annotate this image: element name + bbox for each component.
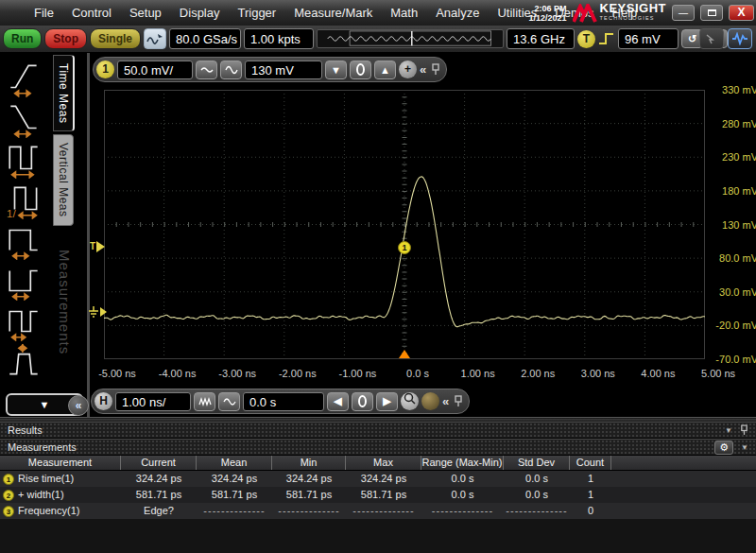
pin-icon[interactable] xyxy=(431,63,440,76)
minus-width-icon[interactable] xyxy=(4,260,45,301)
fall-time-icon[interactable] xyxy=(4,97,45,138)
vertical-scale-increase-icon[interactable] xyxy=(220,60,242,79)
trigger-level-marker[interactable]: T xyxy=(90,241,105,252)
measurements-section-header[interactable]: Measurements ⚙ ▼ xyxy=(0,439,756,456)
measurement-edge-marker[interactable]: 1 xyxy=(398,241,411,254)
vertical-scale-decrease-icon[interactable] xyxy=(196,60,217,79)
menu-item-setup[interactable]: Setup xyxy=(129,6,162,20)
x-axis-label: 3.00 ns xyxy=(581,368,615,379)
add-channel-button[interactable]: + xyxy=(399,60,417,78)
position-left-button[interactable]: ◀ xyxy=(327,392,349,411)
sample-rate-field[interactable]: 80.0 GSa/s xyxy=(169,28,241,49)
plus-width-icon[interactable] xyxy=(4,219,45,260)
horizontal-expand-icon[interactable] xyxy=(218,392,240,411)
menu-item-trigger[interactable]: Trigger xyxy=(237,6,276,20)
results-caret-icon[interactable]: ▼ xyxy=(725,423,732,439)
measurement-value-cell: Edge? xyxy=(121,503,197,519)
channel1-badge[interactable]: 1 xyxy=(96,60,114,78)
column-header[interactable] xyxy=(611,456,756,470)
sidebar-collapse-button[interactable]: « xyxy=(68,395,89,416)
position-zero-button[interactable] xyxy=(352,392,373,411)
table-row[interactable]: 2+ width(1)581.71 ps581.71 ps581.71 ps58… xyxy=(0,487,756,503)
trigger-time-marker[interactable] xyxy=(399,350,410,358)
menu-item-control[interactable]: Control xyxy=(72,6,112,20)
y-axis-label: -20.0 mV xyxy=(709,320,756,331)
period-icon[interactable] xyxy=(4,138,45,179)
menu-item-math[interactable]: Math xyxy=(390,6,418,20)
memory-depth-field[interactable]: 1.00 kpts xyxy=(244,28,314,49)
column-header[interactable]: Std Dev xyxy=(504,456,570,470)
measurement-value-cell: 581.71 ps xyxy=(121,487,197,503)
horizontal-compress-icon[interactable] xyxy=(194,392,215,411)
measurement-number-badge: 2 xyxy=(3,490,14,501)
waveform-pointer-icon[interactable] xyxy=(144,28,166,49)
acquisition-buffer-strip[interactable] xyxy=(317,29,504,48)
table-row[interactable]: 1Rise time(1)324.24 ps324.24 ps324.24 ps… xyxy=(0,471,756,487)
bandwidth-field[interactable]: 13.6 GHz xyxy=(507,28,575,49)
column-header[interactable]: Mean xyxy=(197,456,272,470)
pin-icon[interactable] xyxy=(454,395,463,407)
single-button[interactable]: Single xyxy=(90,28,141,49)
menu-item-display[interactable]: Display xyxy=(180,6,220,20)
measurement-value-cell xyxy=(611,487,756,503)
x-axis-label: 0.0 s xyxy=(406,368,429,379)
stop-button[interactable]: Stop xyxy=(44,28,87,49)
measurement-value-cell: 1 xyxy=(570,487,611,503)
x-axis-label: 5.00 ns xyxy=(701,368,735,379)
y-axis-label: 230 mV xyxy=(709,151,756,163)
trigger-level-field[interactable]: 96 mV xyxy=(618,28,679,49)
hbar-collapse-button[interactable]: « xyxy=(442,394,449,408)
minimize-button[interactable]: — xyxy=(672,5,695,21)
column-header[interactable]: Min xyxy=(272,456,346,470)
measurement-value-cell: 0.0 s xyxy=(421,487,504,503)
column-header[interactable]: Max xyxy=(346,456,421,470)
offset-up-button[interactable]: ▲ xyxy=(374,60,396,79)
menu-item-analyze[interactable]: Analyze xyxy=(436,6,479,20)
vertical-offset-field[interactable]: 130 mV xyxy=(245,60,322,79)
frequency-icon[interactable]: 1/ xyxy=(4,179,45,219)
channelbar-collapse-button[interactable]: « xyxy=(420,62,426,77)
sidebar-tab-time-meas[interactable]: Time Meas xyxy=(53,55,75,131)
measurement-value-cell: 581.71 ps xyxy=(197,487,272,503)
cursor-tool-icon[interactable] xyxy=(699,28,724,49)
measurement-value-cell: 324.24 ps xyxy=(272,471,346,487)
measurements-caret-icon[interactable]: ▼ xyxy=(741,440,748,456)
horizontal-scale-field[interactable]: 1.00 ns/ xyxy=(115,392,191,411)
measurements-settings-button[interactable]: ⚙ xyxy=(714,441,733,455)
vertical-scale-field[interactable]: 50.0 mV/ xyxy=(117,60,193,79)
column-header[interactable]: Measurement xyxy=(0,456,121,470)
column-header[interactable]: Count xyxy=(570,456,611,470)
ground-icon xyxy=(89,306,99,318)
x-axis-label: -4.00 ns xyxy=(159,368,197,379)
svg-text:1/: 1/ xyxy=(7,207,16,218)
sphere-tool-icon[interactable] xyxy=(421,392,439,410)
trigger-badge[interactable]: T xyxy=(577,30,595,48)
sidebar-tab-vertical-meas[interactable]: Vertical Meas xyxy=(53,134,74,226)
position-right-button[interactable]: ▶ xyxy=(376,392,398,411)
waveform-display-icon[interactable] xyxy=(728,28,752,49)
channel1-ground-marker[interactable] xyxy=(89,306,107,318)
maximize-button[interactable] xyxy=(700,5,723,21)
measurement-value-cell: 0.0 s xyxy=(421,471,504,487)
close-button[interactable]: X xyxy=(729,5,754,21)
offset-down-button[interactable]: ▼ xyxy=(325,60,347,79)
horizontal-position-field[interactable]: 0.0 s xyxy=(243,392,324,411)
burst-width-icon[interactable] xyxy=(4,341,45,382)
horizontal-badge[interactable]: H xyxy=(94,392,112,410)
pin-icon[interactable] xyxy=(740,424,748,436)
sidebar-splitter[interactable] xyxy=(87,53,90,417)
menu-item-measure-mark[interactable]: Measure/Mark xyxy=(294,6,372,20)
x-axis-label: -2.00 ns xyxy=(279,368,317,379)
results-header[interactable]: Results ▼ xyxy=(0,422,756,439)
table-row[interactable]: 3Frequency(1)Edge?----------------------… xyxy=(0,503,756,519)
waveform-display[interactable] xyxy=(104,90,705,359)
column-header[interactable]: Range (Max-Min) xyxy=(421,456,504,470)
rise-time-icon[interactable] xyxy=(4,57,45,97)
zoom-mode-button[interactable] xyxy=(401,392,419,410)
measurement-number-badge: 3 xyxy=(3,506,14,517)
column-header[interactable]: Current xyxy=(121,456,197,470)
duty-cycle-icon[interactable] xyxy=(4,301,45,341)
menu-item-file[interactable]: File xyxy=(34,6,54,20)
run-button[interactable]: Run xyxy=(3,28,42,49)
offset-zero-button[interactable] xyxy=(350,60,371,79)
